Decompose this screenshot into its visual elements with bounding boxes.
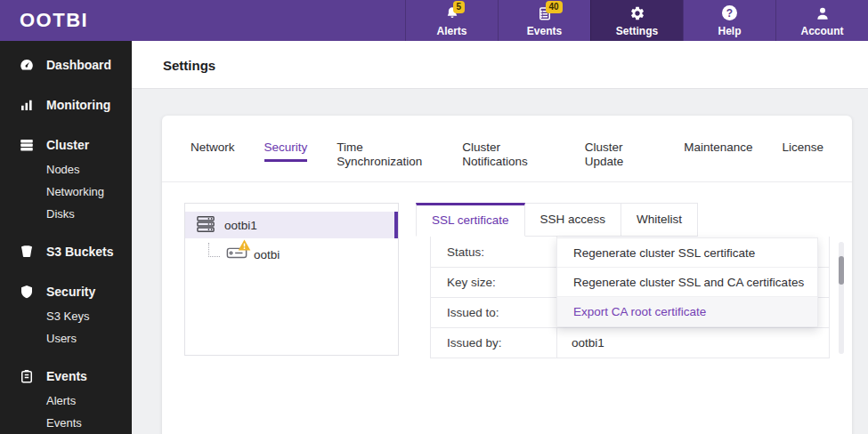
sidebar-item-users[interactable]: Users <box>0 327 132 350</box>
tree-item-label: ootbi <box>254 248 280 261</box>
sidebar-item-label: Security <box>46 285 95 299</box>
row-label: Key size: <box>431 268 557 297</box>
tab-license[interactable]: License <box>782 141 823 162</box>
certificate-context-menu: Regenerate cluster SSL certificate Regen… <box>556 237 818 327</box>
topbar: OOTBI 5 Alerts 40 Events Settings ? Help… <box>0 0 868 41</box>
sidebar-item-disks[interactable]: Disks <box>0 203 132 225</box>
sidebar-item-label: Monitoring <box>46 98 110 112</box>
security-subtab-bar: SSL certificate SSH access Whitelist <box>416 203 698 237</box>
user-icon <box>815 4 831 22</box>
bucket-icon <box>19 244 35 260</box>
tab-whitelist[interactable]: Whitelist <box>621 203 698 237</box>
sidebar-item-label: Events <box>46 369 87 383</box>
panel-scrollbar[interactable] <box>839 242 844 354</box>
cluster-tree-panel: ootbi1 ootbi <box>184 203 399 356</box>
row-label: Status: <box>431 237 557 267</box>
tab-network[interactable]: Network <box>191 141 235 162</box>
appliance-icon <box>226 245 247 263</box>
settings-tab-bar: Network Security Time Synchronization Cl… <box>162 116 852 182</box>
sidebar-item-label: S3 Buckets <box>46 245 113 259</box>
topbar-item-label: Help <box>718 25 741 37</box>
topbar-item-settings[interactable]: Settings <box>590 0 683 41</box>
topbar-item-label: Settings <box>616 25 658 37</box>
bell-icon: 5 <box>444 4 460 22</box>
topbar-item-alerts[interactable]: 5 Alerts <box>405 0 498 41</box>
topbar-item-label: Alerts <box>436 25 466 37</box>
gauge-icon <box>19 57 35 73</box>
page-title: Settings <box>132 41 868 73</box>
bar-chart-icon <box>19 97 35 113</box>
table-row: Issued by: ootbi1 <box>431 327 829 358</box>
sidebar-item-cluster[interactable]: Cluster <box>0 132 132 158</box>
server-stack-icon <box>196 215 215 236</box>
sidebar-item-monitoring[interactable]: Monitoring <box>0 92 132 118</box>
tab-ssl-certificate[interactable]: SSL certificate <box>416 203 525 237</box>
scrollbar-thumb[interactable] <box>839 256 844 285</box>
sidebar-item-events[interactable]: Events <box>0 363 132 390</box>
topbar-item-label: Account <box>801 25 844 37</box>
sidebar-item-label: Dashboard <box>46 58 111 72</box>
sidebar-item-label: Cluster <box>46 138 89 152</box>
gear-icon <box>629 4 645 22</box>
tab-maintenance[interactable]: Maintenance <box>684 141 752 162</box>
events-badge: 40 <box>546 1 563 13</box>
tree-connector <box>208 243 220 257</box>
sidebar-item-events-sub[interactable]: Events <box>0 412 132 434</box>
sidebar-item-security[interactable]: Security <box>0 278 132 305</box>
event-list-icon: 40 <box>537 4 553 22</box>
sidebar-item-alerts[interactable]: Alerts <box>0 390 132 412</box>
row-label: Issued to: <box>431 298 557 327</box>
selected-indicator <box>394 212 398 238</box>
settings-card: Network Security Time Synchronization Cl… <box>162 116 852 434</box>
tab-cluster-notifications[interactable]: Cluster Notifications <box>462 141 555 177</box>
warning-icon <box>238 239 251 253</box>
tree-item-label: ootbi1 <box>224 219 257 232</box>
help-icon: ? <box>722 4 737 22</box>
sidebar-item-s3-keys[interactable]: S3 Keys <box>0 305 132 327</box>
topbar-item-label: Events <box>527 25 562 37</box>
topbar-item-events[interactable]: 40 Events <box>498 0 590 41</box>
topbar-spacer <box>267 0 405 41</box>
menu-item-regenerate-ssl-ca[interactable]: Regenerate cluster SSL and CA certificat… <box>557 268 817 297</box>
page-header: Settings <box>132 41 868 89</box>
sidebar-item-s3-buckets[interactable]: S3 Buckets <box>0 238 132 265</box>
tree-item-ootbi1[interactable]: ootbi1 <box>185 212 398 238</box>
clipboard-icon <box>19 368 35 384</box>
topbar-item-account[interactable]: Account <box>775 0 868 41</box>
menu-item-regenerate-ssl[interactable]: Regenerate cluster SSL certificate <box>557 238 817 268</box>
menu-item-export-ca-root[interactable]: Export CA root certificate <box>557 297 817 326</box>
alerts-badge: 5 <box>453 1 466 13</box>
tab-time-synchronization[interactable]: Time Synchronization <box>337 141 433 177</box>
sidebar-item-dashboard[interactable]: Dashboard <box>0 52 132 78</box>
brand-logo[interactable]: OOTBI <box>0 0 267 41</box>
sidebar: Dashboard Monitoring Cluster Nodes Netwo… <box>0 41 132 434</box>
sidebar-item-nodes[interactable]: Nodes <box>0 158 132 181</box>
servers-icon <box>19 137 35 153</box>
shield-icon <box>19 284 35 300</box>
topbar-item-help[interactable]: ? Help <box>683 0 775 41</box>
tree-item-ootbi[interactable]: ootbi <box>185 241 398 268</box>
row-label: Issued by: <box>431 328 557 358</box>
row-value: ootbi1 <box>557 328 829 358</box>
tab-ssh-access[interactable]: SSH access <box>525 203 622 237</box>
sidebar-item-networking[interactable]: Networking <box>0 181 132 203</box>
tab-security[interactable]: Security <box>264 141 308 162</box>
tab-cluster-update[interactable]: Cluster Update <box>585 141 654 177</box>
